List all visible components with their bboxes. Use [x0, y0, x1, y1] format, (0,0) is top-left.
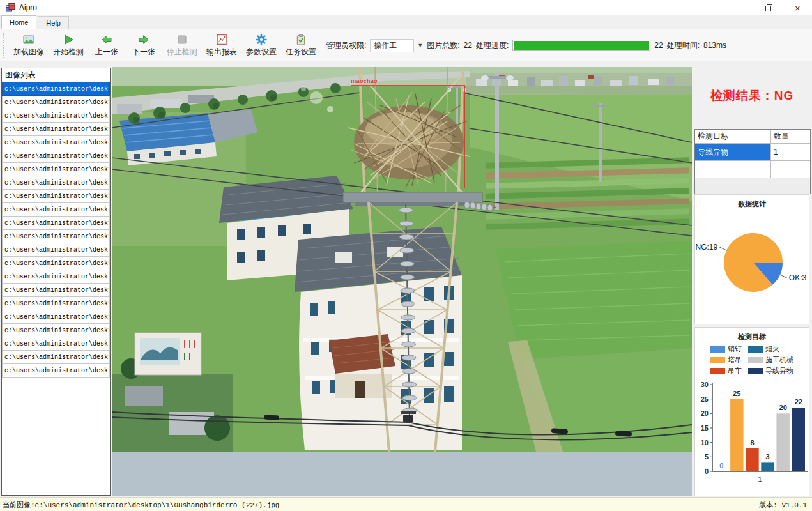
admin-role-select[interactable]: 操作工 ▼	[370, 39, 423, 52]
list-item[interactable]: c:\users\administrator\deskto...	[2, 109, 110, 123]
bar-value-label: 20	[779, 404, 787, 411]
image-list-panel: 图像列表 c:\users\administrator\deskto...c:\…	[1, 68, 111, 496]
toolbar-button-label: 上一张	[95, 47, 118, 57]
total-images-value: 22	[464, 41, 472, 50]
toolbar-button-label: 任务设置	[286, 47, 316, 57]
y-axis-tick-label: 5	[705, 453, 709, 461]
tab-home[interactable]: Home	[1, 15, 36, 29]
list-item[interactable]: c:\users\administrator\deskto...	[2, 123, 110, 136]
bar-chart-title: 检测目标	[695, 328, 809, 342]
window-title: Aipro	[19, 3, 37, 12]
list-item[interactable]: c:\users\administrator\deskto...	[2, 163, 110, 176]
list-item[interactable]: c:\users\administrator\deskto...	[2, 149, 110, 163]
result-table-rows: 导线异物1	[695, 144, 810, 161]
tab-help[interactable]: Help	[38, 16, 69, 29]
legend-swatch	[748, 368, 763, 374]
list-item[interactable]: c:\users\administrator\deskto...	[2, 270, 110, 284]
bar-导线异物	[792, 408, 806, 471]
minimize-icon	[737, 8, 744, 8]
close-icon: ×	[795, 3, 801, 13]
image-list-header: 图像列表	[2, 68, 110, 82]
legend-label: 施工机械	[765, 355, 793, 365]
list-item[interactable]: c:\users\administrator\deskto...	[2, 297, 110, 310]
legend-label: 导线异物	[765, 366, 793, 376]
y-axis-tick-label: 20	[701, 409, 709, 417]
table-row[interactable]: 导线异物1	[695, 144, 810, 161]
report-icon	[215, 34, 228, 45]
current-image-path: 当前图像:c:\users\administrator\desktop\1\08…	[0, 500, 279, 510]
detection-target-table: 检测目标 数量 导线异物1	[694, 129, 811, 194]
progress-bar	[512, 40, 650, 51]
bar-塔吊	[730, 399, 744, 471]
bar-吊车	[746, 448, 759, 471]
arrow-left-icon	[100, 34, 113, 45]
list-item[interactable]: c:\users\administrator\deskto...	[2, 96, 110, 109]
pie-label: NG:19	[696, 243, 718, 252]
legend-item: 销钉	[710, 344, 742, 354]
next-image-button[interactable]: 下一张	[126, 32, 162, 59]
x-axis-tick-label: 1	[758, 475, 762, 483]
list-item[interactable]: c:\users\administrator\deskto...	[2, 203, 110, 217]
bar-value-label: 0	[719, 462, 723, 469]
legend-swatch	[710, 346, 725, 353]
bar-烟火	[761, 462, 774, 471]
list-item[interactable]: c:\users\administrator\deskto...	[2, 351, 110, 364]
table-row-empty[interactable]	[695, 161, 810, 178]
toolbar-button-label: 参数设置	[246, 47, 277, 57]
toolbar: 加载图像 开始检测 上一张 下一张 停止检测 输出报表	[0, 29, 812, 62]
toolbar-button-label: 下一张	[132, 47, 155, 57]
legend-label: 吊车	[728, 366, 742, 376]
list-item[interactable]: c:\users\administrator\deskto...	[2, 176, 110, 190]
list-item[interactable]: c:\users\administrator\deskto...	[2, 217, 110, 230]
list-item[interactable]: c:\users\administrator\deskto...	[2, 284, 110, 297]
export-report-button[interactable]: 输出报表	[203, 32, 241, 59]
list-item[interactable]: c:\users\administrator\deskto...	[2, 190, 110, 203]
list-item[interactable]: c:\users\administrator\deskto...	[2, 310, 110, 324]
bar-value-label: 25	[733, 390, 740, 397]
load-image-icon	[22, 34, 35, 45]
time-value: 813ms	[703, 41, 726, 50]
toolbar-button-label: 输出报表	[206, 47, 237, 57]
chevron-down-icon: ▼	[417, 42, 423, 49]
progress-label: 处理进度:	[476, 40, 509, 51]
table-header-count: 数量	[771, 130, 810, 143]
y-axis-tick-label: 0	[705, 468, 709, 475]
ribbon-tabs: Home Help	[0, 15, 812, 30]
prev-image-button[interactable]: 上一张	[89, 32, 125, 59]
list-item[interactable]: c:\users\administrator\deskto...	[2, 364, 110, 378]
load-image-button[interactable]: 加载图像	[10, 32, 48, 59]
legend-swatch	[710, 368, 725, 374]
table-footer	[695, 178, 810, 194]
list-item[interactable]: c:\users\administrator\deskto...	[2, 243, 110, 257]
admin-role-value: 操作工	[370, 39, 414, 52]
detection-result-text: 检测结果：NG	[693, 88, 811, 104]
list-item[interactable]: c:\users\administrator\deskto...	[2, 230, 110, 243]
bar-value-label: 22	[795, 398, 802, 406]
progress-bar-fill	[514, 41, 649, 50]
toolbar-grip[interactable]	[3, 33, 6, 58]
stop-detect-button: 停止检测	[163, 32, 201, 59]
result-panel: 检测结果：NG 检测目标 数量 导线异物1 数据统计 NG:19OK:3 检测目…	[693, 67, 811, 496]
maximize-button[interactable]	[755, 0, 783, 15]
start-detect-button[interactable]: 开始检测	[49, 32, 88, 59]
admin-permission-label: 管理员权限:	[326, 40, 366, 51]
list-item[interactable]: c:\users\administrator\deskto...	[2, 136, 110, 149]
pie-chart-title: 数据统计	[695, 195, 809, 209]
gear-icon	[255, 34, 268, 45]
list-item[interactable]: c:\users\administrator\deskto...	[2, 82, 110, 96]
table-header-target: 检测目标	[695, 130, 771, 143]
minimize-button[interactable]	[726, 0, 755, 15]
list-item[interactable]: c:\users\administrator\deskto...	[2, 324, 110, 337]
detection-target-chart-panel: 检测目标 销钉塔吊吊车烟火施工机械导线异物 051015202530025832…	[694, 327, 809, 496]
task-settings-button[interactable]: 任务设置	[282, 32, 320, 59]
close-button[interactable]: ×	[783, 0, 812, 15]
pie-chart: NG:19OK:3	[695, 209, 809, 319]
legend-label: 烟火	[765, 344, 779, 354]
list-item[interactable]: c:\users\administrator\deskto...	[2, 337, 110, 351]
status-bar: 当前图像:c:\users\administrator\desktop\1\08…	[0, 497, 812, 511]
list-item[interactable]: c:\users\administrator\deskto...	[2, 257, 110, 270]
title-bar: Aipro ×	[0, 0, 812, 16]
legend-swatch	[748, 357, 763, 363]
bar-value-label: 8	[750, 439, 754, 446]
param-settings-button[interactable]: 参数设置	[242, 32, 280, 59]
